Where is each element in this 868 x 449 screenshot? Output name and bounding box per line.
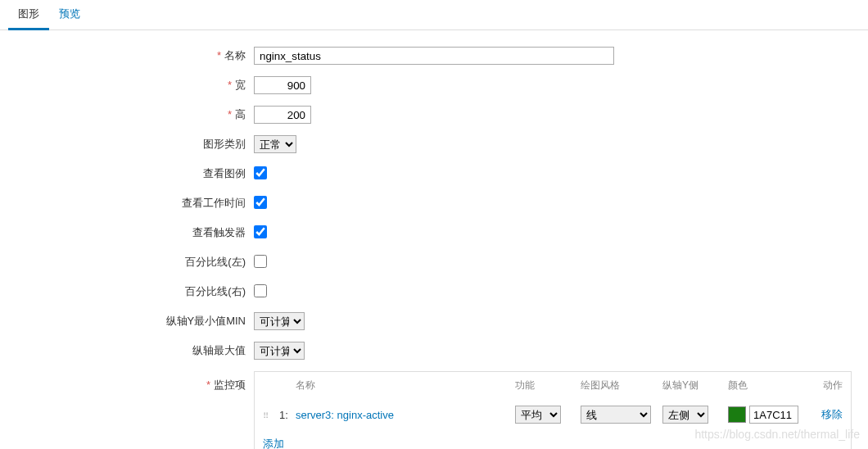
yaxis-max-select[interactable]: 可计算的 (254, 342, 305, 360)
percent-right-checkbox[interactable] (254, 284, 267, 297)
form: *名称 *宽 *高 图形类别 正常 查看图例 查看工作时间 查看触发器 百分比线… (0, 30, 868, 449)
tab-preview[interactable]: 预览 (49, 0, 90, 29)
items-header: 名称 功能 绘图风格 纵轴Y侧 颜色 动作 (255, 372, 851, 399)
yaxis-min-select[interactable]: 可计算的 (254, 312, 305, 330)
items-table: 名称 功能 绘图风格 纵轴Y侧 颜色 动作 ⠿ 1: server3: ngin… (254, 371, 852, 449)
label-width: *宽 (8, 78, 254, 93)
label-percent-right: 百分比线(右) (8, 284, 254, 299)
label-height: *高 (8, 107, 254, 122)
header-color: 颜色 (728, 379, 810, 392)
width-input[interactable] (254, 76, 311, 94)
header-action: 动作 (810, 379, 843, 392)
color-input[interactable] (749, 406, 798, 424)
item-style-select[interactable]: 线 (581, 406, 651, 424)
drag-handle-icon[interactable]: ⠿ (263, 411, 268, 420)
header-func: 功能 (515, 379, 581, 392)
label-name: *名称 (8, 48, 254, 63)
show-work-period-checkbox[interactable] (254, 196, 267, 209)
label-yaxis-max: 纵轴最大值 (8, 343, 254, 358)
height-input[interactable] (254, 106, 311, 124)
label-yaxis-min: 纵轴Y最小值MIN (8, 314, 254, 329)
name-input[interactable] (254, 47, 614, 65)
show-legend-checkbox[interactable] (254, 166, 267, 179)
label-monitor-items: *监控项 (8, 371, 254, 392)
tab-graph[interactable]: 图形 (8, 0, 49, 30)
remove-link[interactable]: 移除 (821, 408, 843, 420)
tabs: 图形 预览 (0, 0, 868, 30)
item-name-link[interactable]: server3: nginx-active (296, 409, 394, 421)
color-swatch[interactable] (728, 406, 746, 423)
label-show-triggers: 查看触发器 (8, 225, 254, 240)
item-axis-select[interactable]: 左侧 (662, 406, 708, 424)
header-name: 名称 (296, 379, 515, 392)
label-percent-left: 百分比线(左) (8, 255, 254, 270)
label-show-work-period: 查看工作时间 (8, 196, 254, 211)
header-axis: 纵轴Y侧 (662, 379, 728, 392)
graph-type-select[interactable]: 正常 (254, 135, 296, 153)
label-show-legend: 查看图例 (8, 166, 254, 181)
item-index: 1: (279, 409, 296, 421)
item-row: ⠿ 1: server3: nginx-active 平均 线 左侧 移除 (255, 399, 851, 430)
header-style: 绘图风格 (581, 379, 662, 392)
add-link[interactable]: 添加 (263, 438, 284, 449)
percent-left-checkbox[interactable] (254, 255, 267, 268)
show-triggers-checkbox[interactable] (254, 225, 267, 238)
label-graph-type: 图形类别 (8, 137, 254, 152)
item-func-select[interactable]: 平均 (515, 406, 561, 424)
